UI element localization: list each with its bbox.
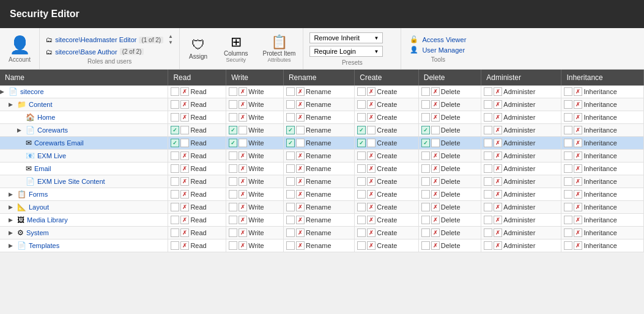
item-name[interactable]: Email xyxy=(34,165,51,172)
perm-cross[interactable]: ✗ xyxy=(494,152,502,160)
perm-cross[interactable]: ✗ xyxy=(367,100,376,109)
perm-cross[interactable] xyxy=(296,126,305,134)
perm-cross[interactable]: ✗ xyxy=(296,216,305,224)
perm-cross[interactable]: ✗ xyxy=(239,216,247,224)
perm-cross[interactable]: ✗ xyxy=(239,228,247,237)
perm-check[interactable] xyxy=(286,113,295,122)
name-cell[interactable]: ▶📄Corewarts xyxy=(0,124,168,137)
perm-check[interactable] xyxy=(229,164,237,173)
perm-check[interactable] xyxy=(564,87,572,96)
tree-toggle[interactable]: ▶ xyxy=(9,230,15,236)
preset-remove-inherit[interactable]: Remove Inherit ▼ xyxy=(309,32,383,43)
perm-check[interactable] xyxy=(421,228,430,237)
perm-check[interactable] xyxy=(171,177,179,186)
tree-toggle[interactable]: ▶ xyxy=(9,217,15,223)
item-name[interactable]: Layout xyxy=(29,203,49,211)
perm-check[interactable] xyxy=(484,100,492,109)
perm-cross[interactable]: ✗ xyxy=(494,113,502,122)
perm-check[interactable] xyxy=(171,87,179,96)
perm-check[interactable] xyxy=(564,241,572,250)
perm-check[interactable] xyxy=(564,177,572,186)
perm-cross[interactable] xyxy=(239,126,247,134)
perm-cross[interactable]: ✗ xyxy=(431,228,440,237)
perm-check[interactable] xyxy=(286,152,295,160)
perm-cross[interactable]: ✗ xyxy=(367,216,376,224)
perm-check[interactable] xyxy=(171,100,179,109)
perm-check[interactable] xyxy=(229,152,237,160)
perm-check[interactable] xyxy=(286,241,295,250)
perm-cross[interactable]: ✗ xyxy=(494,216,502,224)
perm-check[interactable] xyxy=(564,100,572,109)
tree-toggle[interactable]: ▶ xyxy=(0,89,6,95)
perm-cross[interactable]: ✗ xyxy=(494,164,502,173)
perm-check[interactable] xyxy=(421,152,430,160)
perm-check[interactable] xyxy=(484,177,492,186)
perm-check[interactable]: ✓ xyxy=(421,126,430,134)
perm-cross[interactable]: ✗ xyxy=(296,152,305,160)
protect-button[interactable]: 📋 Protect Item Attributes xyxy=(256,28,304,69)
perm-cross[interactable]: ✗ xyxy=(180,203,189,211)
perm-cross[interactable]: ✗ xyxy=(494,190,502,199)
perm-check[interactable] xyxy=(484,190,492,199)
perm-cross[interactable]: ✗ xyxy=(180,177,189,186)
perm-cross[interactable]: ✗ xyxy=(574,152,582,160)
perm-cross[interactable]: ✗ xyxy=(180,100,189,109)
perm-cross[interactable]: ✗ xyxy=(296,177,305,186)
columns-button[interactable]: ⊞ Columns Security xyxy=(217,28,255,69)
perm-cross[interactable]: ✗ xyxy=(431,203,440,211)
perm-check[interactable] xyxy=(421,216,430,224)
perm-check[interactable]: ✓ xyxy=(421,139,430,147)
perm-cross[interactable]: ✗ xyxy=(296,241,305,250)
perm-cross[interactable]: ✗ xyxy=(574,190,582,199)
perm-cross[interactable]: ✗ xyxy=(239,87,247,96)
perm-cross[interactable]: ✗ xyxy=(180,216,189,224)
perm-check[interactable] xyxy=(286,177,295,186)
name-cell[interactable]: ▶📋Forms xyxy=(0,188,168,201)
perm-cross[interactable]: ✗ xyxy=(431,164,440,173)
perm-check[interactable] xyxy=(484,152,492,160)
perm-cross[interactable]: ✗ xyxy=(180,190,189,199)
perm-check[interactable] xyxy=(171,164,179,173)
perm-cross[interactable]: ✗ xyxy=(574,228,582,237)
name-cell[interactable]: 📧EXM Live xyxy=(0,150,168,162)
perm-cross[interactable]: ✗ xyxy=(494,177,502,186)
perm-cross[interactable]: ✗ xyxy=(494,203,502,211)
perm-cross[interactable]: ✗ xyxy=(239,190,247,199)
perm-check[interactable] xyxy=(484,126,492,134)
perm-check[interactable] xyxy=(421,164,430,173)
perm-check[interactable] xyxy=(484,113,492,122)
perm-cross[interactable]: ✗ xyxy=(494,228,502,237)
perm-check[interactable] xyxy=(421,100,430,109)
perm-check[interactable] xyxy=(421,203,430,211)
perm-check[interactable] xyxy=(229,216,237,224)
perm-cross[interactable]: ✗ xyxy=(574,126,582,134)
perm-check[interactable] xyxy=(171,152,179,160)
perm-check[interactable] xyxy=(564,203,572,211)
perm-check[interactable]: ✓ xyxy=(171,126,179,134)
perm-check[interactable] xyxy=(171,203,179,211)
perm-check[interactable] xyxy=(484,216,492,224)
preset-require-login[interactable]: Require Login ▼ xyxy=(309,46,383,57)
perm-check[interactable] xyxy=(171,241,179,250)
perm-cross[interactable]: ✗ xyxy=(574,177,582,186)
perm-cross[interactable]: ✗ xyxy=(367,190,376,199)
perm-cross[interactable]: ✗ xyxy=(239,203,247,211)
perm-check[interactable]: ✓ xyxy=(229,139,237,147)
perm-cross[interactable]: ✗ xyxy=(180,87,189,96)
perm-check[interactable] xyxy=(564,152,572,160)
perm-check[interactable] xyxy=(421,241,430,250)
tree-toggle[interactable]: ▶ xyxy=(9,204,15,210)
perm-check[interactable] xyxy=(484,228,492,237)
perm-check[interactable] xyxy=(171,113,179,122)
perm-cross[interactable]: ✗ xyxy=(431,100,440,109)
perm-cross[interactable]: ✗ xyxy=(431,152,440,160)
perm-cross[interactable] xyxy=(367,139,376,147)
perm-check[interactable] xyxy=(229,100,237,109)
perm-check[interactable] xyxy=(286,228,295,237)
perm-check[interactable] xyxy=(484,87,492,96)
perm-cross[interactable] xyxy=(431,139,440,147)
role-item-2[interactable]: 🗂 sitecore\Base Author (2 of 2) xyxy=(46,47,173,57)
perm-cross[interactable]: ✗ xyxy=(239,241,247,250)
user-manager-button[interactable]: 👤 User Manager xyxy=(410,45,466,55)
role-arrows-1[interactable]: ▲ ▼ xyxy=(168,34,173,45)
